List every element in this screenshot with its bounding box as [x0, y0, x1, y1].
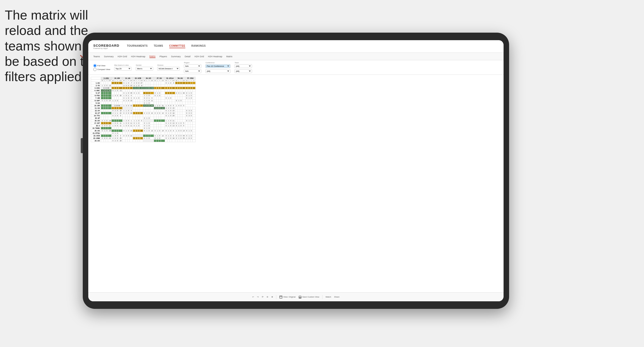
matrix-container[interactable]: 3. ASU 10. UW 11. UA 22. UCB 24. UO 27. … — [88, 75, 504, 292]
tablet-side-button — [81, 138, 83, 153]
su-l: L — [156, 80, 159, 82]
asu-t: T — [106, 80, 108, 82]
sub-nav-players[interactable]: Players — [159, 55, 167, 58]
cell: 0 — [148, 104, 150, 107]
cell — [106, 117, 108, 120]
view-original-button[interactable]: View: Original — [279, 296, 295, 299]
cell: 0 — [143, 127, 146, 130]
cell: 0 — [190, 92, 193, 94]
cell — [138, 89, 140, 92]
col-header-ua11: 11. UA — [123, 77, 133, 80]
save-custom-button[interactable]: Save Custom View — [299, 296, 319, 299]
cell — [154, 117, 156, 120]
cell — [135, 102, 138, 104]
watch-button[interactable]: Watch — [326, 296, 331, 298]
cell: 0 — [165, 112, 168, 114]
zoom-in-button[interactable]: ⊕ — [271, 296, 273, 298]
sub-nav-h2h-grid2[interactable]: H2H Grid — [195, 55, 204, 58]
conference-select[interactable]: Pac-12 Conference (All) ACC SEC — [205, 64, 230, 68]
cell — [175, 117, 178, 120]
cell — [106, 140, 108, 142]
region-select[interactable]: N/A (All) — [184, 64, 201, 68]
cell: 2 — [146, 112, 148, 114]
cell — [182, 127, 185, 130]
cell — [146, 82, 148, 84]
cell — [182, 140, 185, 142]
cell — [146, 84, 148, 87]
cell: 0 — [138, 122, 140, 125]
reset-button[interactable]: ⟳ — [262, 296, 264, 298]
nav-item-committee[interactable]: COMMITTEE — [169, 44, 186, 48]
cell — [175, 107, 178, 109]
cell: 0 — [175, 125, 178, 127]
cell — [101, 109, 104, 112]
cell — [175, 120, 178, 122]
max-teams-select[interactable]: Top 25 Top 50 All — [114, 67, 132, 71]
cell — [180, 132, 182, 135]
cell: 12 — [161, 112, 165, 114]
cell: 120 — [119, 87, 123, 89]
cell — [101, 117, 104, 120]
sub-nav-h2h-grid[interactable]: H2H Grid — [118, 55, 127, 58]
compact-view-radio[interactable]: Compact View — [93, 68, 110, 71]
cell — [112, 97, 114, 99]
cell: 1 — [178, 125, 180, 127]
cell — [140, 125, 143, 127]
share-button[interactable]: Share — [334, 296, 339, 298]
undo-button[interactable]: ↩ — [252, 296, 254, 298]
sub-nav-detail[interactable]: Detail — [185, 55, 191, 58]
cell: 3 — [188, 109, 190, 112]
full-view-input[interactable] — [93, 64, 97, 67]
cell — [185, 117, 188, 120]
gender-select[interactable]: Men's Women's — [136, 67, 153, 71]
sub-nav-matrix2[interactable]: Matrix — [226, 55, 232, 58]
cell: 22 — [130, 84, 133, 87]
cell: 1 — [135, 92, 138, 94]
nav-item-rankings[interactable]: RANKINGS — [191, 44, 206, 48]
cell: 3 — [178, 135, 180, 137]
nav-item-tournaments[interactable]: TOURNAMENTS — [127, 44, 148, 48]
team-select[interactable]: (All) — [234, 64, 252, 68]
cell: 2 — [135, 112, 138, 114]
cell: 1 — [185, 137, 188, 140]
sub-nav-teams[interactable]: Teams — [93, 55, 100, 58]
cell: 0 — [123, 135, 125, 137]
osu-w: W — [185, 80, 188, 82]
cell — [119, 120, 123, 122]
zoom-out-button[interactable]: ⊖ — [267, 296, 268, 298]
nav-item-teams[interactable]: TEAMS — [154, 44, 163, 48]
cell — [168, 84, 170, 87]
row-label-ug: 20. UG — [91, 130, 101, 132]
cell-diag: 1 3 0 W — [112, 104, 123, 107]
sub-nav-h2h-heatmap[interactable]: H2H Heatmap — [131, 55, 145, 58]
sub-nav-summary[interactable]: Summary — [104, 55, 114, 58]
cell: 1 — [112, 135, 114, 137]
cell: 0 — [165, 109, 168, 112]
cell — [192, 140, 195, 142]
uo24-t: T — [148, 80, 150, 82]
sub-nav-matrix[interactable]: Matrix — [149, 55, 156, 58]
cell — [130, 132, 133, 135]
cell — [133, 117, 136, 120]
full-view-radio[interactable]: Full View — [93, 64, 110, 67]
cell — [165, 117, 168, 120]
compact-view-input[interactable] — [93, 68, 97, 71]
region-select2[interactable]: N/A — [184, 69, 201, 73]
cell: 0 — [116, 89, 119, 92]
cell — [130, 137, 133, 140]
cell: 0 — [178, 92, 180, 94]
team-select2[interactable]: (All) — [234, 69, 252, 73]
conference-select2[interactable]: (All) — [205, 69, 230, 73]
redo-button[interactable]: ↪ — [257, 296, 259, 298]
cell — [156, 99, 159, 102]
cell — [135, 114, 138, 117]
cell — [192, 127, 195, 130]
cell — [178, 109, 180, 112]
sub-nav-summary2[interactable]: Summary — [171, 55, 181, 58]
division-select[interactable]: NCAA Division I NCAA Division II NCAA Di… — [157, 67, 180, 71]
cell: 0 — [138, 125, 140, 127]
cell — [140, 97, 143, 99]
cell — [123, 137, 125, 140]
cell: 2 — [143, 112, 146, 114]
sub-nav-h2h-heatmap2[interactable]: H2H Heatmap — [208, 55, 222, 58]
